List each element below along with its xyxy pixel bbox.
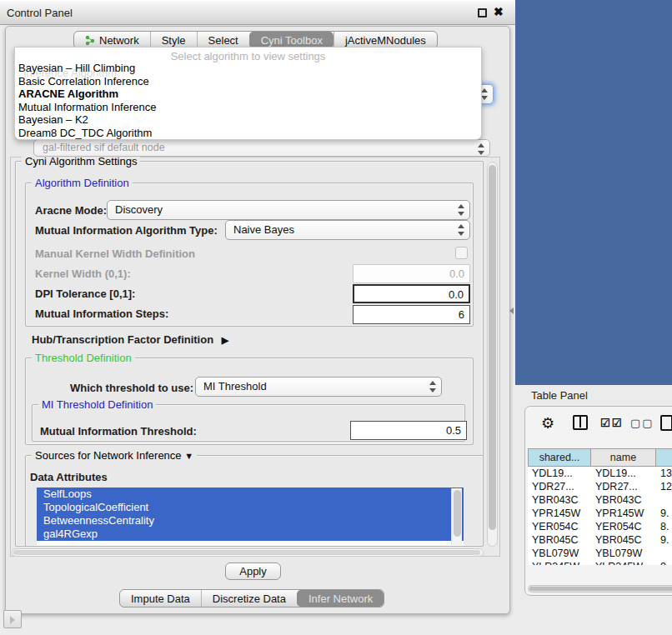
tab-label: Network bbox=[99, 34, 139, 47]
table-row[interactable]: YPR145WYPR145W9. bbox=[528, 507, 672, 520]
table-cell bbox=[656, 493, 672, 507]
aracne-mode-combo[interactable]: Discovery bbox=[107, 200, 470, 220]
bottom-tabs: Impute DataDiscretize DataInfer Network bbox=[119, 589, 384, 608]
tab-label: Style bbox=[162, 34, 186, 47]
table-cell: YDL19... bbox=[528, 467, 591, 480]
algorithm-option[interactable]: ARACNE Algorithm bbox=[18, 88, 478, 101]
apply-button[interactable]: Apply bbox=[225, 562, 281, 580]
panel-collapse-arrow-icon[interactable] bbox=[509, 308, 514, 314]
table-panel: Table Panel ⚙ ☑☑ ▢▢ shared...nameA YDL19… bbox=[515, 385, 672, 635]
stepper-arrows-icon bbox=[458, 224, 465, 236]
settings-horizontal-scrollbar[interactable] bbox=[12, 548, 484, 557]
mi-type-label: Mutual Information Algorithm Type: bbox=[35, 224, 218, 237]
attribute-item[interactable]: BetweennessCentrality bbox=[37, 514, 464, 528]
tab-label: Select bbox=[208, 34, 238, 47]
tab-select[interactable]: Select bbox=[197, 32, 249, 48]
manual-kernel-checkbox[interactable] bbox=[455, 247, 468, 259]
table-panel-title: Table Panel bbox=[531, 389, 588, 402]
table-cell: YBL079W bbox=[528, 547, 591, 560]
sources-group-toggle[interactable]: Sources for Network Inference ▼ bbox=[32, 449, 197, 462]
table-row[interactable]: YBL079WYBL079W bbox=[528, 547, 672, 560]
table-cell: YBR043C bbox=[528, 493, 591, 507]
gear-icon[interactable]: ⚙ bbox=[541, 415, 554, 432]
stepper-arrows-icon bbox=[481, 88, 489, 100]
threshold-definition-title: Threshold Definition bbox=[32, 352, 135, 364]
network-selector-combo[interactable]: gal-filtered sif default node bbox=[33, 139, 490, 157]
kernel-width-label: Kernel Width (0,1): bbox=[35, 268, 131, 280]
hub-section-label: Hub/Transcription Factor Definition bbox=[32, 333, 213, 346]
tab-style[interactable]: Style bbox=[150, 32, 197, 48]
collapsed-panel-icon[interactable] bbox=[3, 610, 22, 628]
tab-discretize-data[interactable]: Discretize Data bbox=[201, 590, 297, 607]
scrollbar-thumb[interactable] bbox=[489, 165, 496, 530]
tab-jactivemnodules[interactable]: jActiveMNodules bbox=[333, 32, 437, 48]
table-cell: 13 bbox=[656, 467, 672, 480]
table-row[interactable]: YDR27...YDR27...12 bbox=[528, 480, 672, 493]
tab-impute-data[interactable]: Impute Data bbox=[120, 590, 201, 607]
dpi-tolerance-field[interactable]: 0.0 bbox=[353, 284, 470, 303]
file-icon[interactable] bbox=[660, 415, 672, 431]
table-cell: YBR045C bbox=[528, 533, 591, 547]
scrollbar-thumb[interactable] bbox=[454, 490, 461, 537]
settings-vertical-scrollbar[interactable] bbox=[487, 162, 498, 547]
mi-steps-field[interactable]: 6 bbox=[353, 305, 470, 324]
mi-threshold-label: Mutual Information Threshold: bbox=[40, 425, 197, 438]
hub-section-toggle[interactable]: Hub/Transcription Factor Definition ▶ bbox=[32, 333, 228, 346]
network-selector-value: gal-filtered sif default node bbox=[43, 142, 165, 153]
table-cell: YBR045C bbox=[591, 533, 656, 547]
mi-steps-label: Mutual Information Steps: bbox=[35, 308, 168, 320]
scrollbar-thumb[interactable] bbox=[529, 587, 672, 591]
collapse-down-icon: ▼ bbox=[184, 451, 193, 461]
table-cell: YER054C bbox=[591, 520, 656, 533]
tab-label: Infer Network bbox=[308, 592, 373, 605]
table-cell: YPR145W bbox=[528, 507, 591, 520]
attribute-item[interactable]: gal4RGexp bbox=[37, 528, 464, 541]
attribute-item[interactable]: SelfLoops bbox=[37, 488, 464, 501]
columns-icon[interactable] bbox=[573, 415, 588, 430]
table-cell: YDL19... bbox=[591, 467, 656, 480]
float-window-icon[interactable] bbox=[478, 8, 487, 18]
table-row[interactable]: YDL19...YDL19...13 bbox=[528, 467, 672, 480]
table-row[interactable]: YER054CYER054C8. bbox=[528, 520, 672, 533]
tab-infer-network[interactable]: Infer Network bbox=[297, 590, 384, 607]
algorithm-option[interactable]: Bayesian – K2 bbox=[18, 113, 478, 127]
control-panel-title: Control Panel bbox=[7, 7, 73, 19]
screen: Control Panel ✖ NetworkStyleSelectCyni T… bbox=[0, 0, 672, 635]
table-cell: YDR27... bbox=[591, 480, 656, 493]
select-all-icon[interactable]: ☑☑ bbox=[600, 415, 623, 432]
mi-type-combo[interactable]: Naive Bayes bbox=[225, 220, 470, 240]
table-cell: YBL079W bbox=[591, 547, 656, 560]
cyni-algorithm-settings-title: Cyni Algorithm Settings bbox=[22, 155, 140, 168]
aracne-mode-label: Aracne Mode: bbox=[35, 204, 107, 217]
node-table: shared...nameA YDL19...YDL19...13YDR27..… bbox=[528, 448, 672, 565]
table-cell: YDR27... bbox=[528, 480, 591, 493]
table-cell: YBR043C bbox=[591, 493, 656, 507]
stepper-arrows-icon bbox=[458, 204, 465, 216]
algorithm-option[interactable]: Dream8 DC_TDC Algorithm bbox=[18, 127, 478, 140]
close-icon[interactable]: ✖ bbox=[494, 5, 504, 18]
tab-network[interactable]: Network bbox=[74, 32, 150, 48]
table-row[interactable]: YBR045CYBR045C9. bbox=[528, 533, 672, 547]
mi-type-value: Naive Bayes bbox=[233, 223, 294, 236]
attribute-item[interactable]: TopologicalCoefficient bbox=[37, 501, 464, 514]
mi-threshold-field[interactable]: 0.5 bbox=[350, 421, 467, 440]
attributes-scrollbar[interactable] bbox=[451, 488, 462, 545]
which-threshold-combo[interactable]: MI Threshold bbox=[195, 377, 442, 397]
table-row[interactable]: YLR345WYLR345W9. bbox=[528, 560, 672, 565]
kernel-width-field[interactable]: 0.0 bbox=[353, 264, 470, 283]
scrollbar-thumb[interactable] bbox=[13, 550, 480, 555]
algorithm-prompt: Select algorithm to view settings bbox=[15, 50, 481, 62]
desktop-background: GALGAL80GAL10GAL1GAL11SWI4GAL4GCY1HAP4YH… bbox=[515, 0, 672, 385]
column-header-shared[interactable]: shared... bbox=[528, 448, 591, 467]
table-cell: YLR345W bbox=[591, 560, 656, 565]
algorithm-dropdown-popup: Select algorithm to view settings Bayesi… bbox=[14, 47, 482, 140]
algorithm-option[interactable]: Mutual Information Inference bbox=[18, 101, 478, 114]
deselect-all-icon[interactable]: ▢▢ bbox=[630, 415, 654, 432]
table-header-row: shared...nameA bbox=[528, 448, 672, 467]
table-horizontal-scrollbar[interactable] bbox=[528, 585, 672, 592]
table-row[interactable]: YBR043CYBR043C bbox=[528, 493, 672, 507]
tab-cyni-toolbox[interactable]: Cyni Toolbox bbox=[249, 32, 333, 48]
control-panel-titlebar: Control Panel ✖ bbox=[0, 0, 515, 25]
column-header-name[interactable]: name bbox=[591, 448, 656, 467]
column-header-A[interactable]: A bbox=[656, 448, 672, 467]
